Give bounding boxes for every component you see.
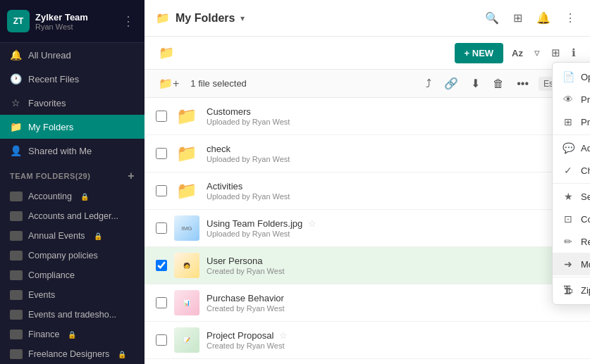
lock-icon: 🔒 xyxy=(68,331,76,339)
sidebar-item-my-folders[interactable]: 📁 My Folders xyxy=(0,115,145,139)
bell-header-icon[interactable]: 🔔 xyxy=(534,8,553,27)
team-folder-company-policies[interactable]: Company policies xyxy=(0,246,145,265)
team-folder-label: Company policies xyxy=(28,251,98,261)
file-name: Activities xyxy=(207,181,579,192)
toolbar-right: + NEW Az ▿ ⊞ ℹ xyxy=(455,43,579,63)
team-folder-finance[interactable]: Finance 🔒 xyxy=(0,325,145,344)
star-icon: ☆ xyxy=(10,97,21,108)
folder-small-icon xyxy=(10,211,23,221)
move-icon[interactable]: ⤴ xyxy=(423,75,434,93)
ctx-label: Copy To... xyxy=(581,214,590,225)
sidebar-more-icon[interactable]: ⋮ xyxy=(119,11,137,32)
ctx-set-favorite[interactable]: ★ Set as Favorite xyxy=(553,185,590,208)
file-row[interactable]: IMG Using Team Folders.jpg ☆ Uploaded by… xyxy=(145,210,590,247)
add-team-folder-icon[interactable]: + xyxy=(128,170,135,182)
divider xyxy=(553,183,590,184)
lock-icon: 🔒 xyxy=(80,193,89,201)
file-checkbox[interactable] xyxy=(156,148,167,159)
lock-icon: 🔒 xyxy=(94,232,102,240)
file-checkbox[interactable] xyxy=(156,185,167,196)
more-sel-icon[interactable]: ••• xyxy=(514,75,531,93)
filter-icon[interactable]: ▿ xyxy=(531,44,543,62)
file-row[interactable]: 📁 Activities Uploaded by Ryan West xyxy=(145,172,590,210)
link-icon[interactable]: 🔗 xyxy=(441,74,461,93)
file-row[interactable]: 📁 Customers Uploaded by Ryan West xyxy=(145,98,590,135)
ctx-properties[interactable]: ⊞ Properties xyxy=(553,111,590,133)
ctx-move-to[interactable]: ➜ Move To... xyxy=(553,253,590,275)
sidebar-item-recent-files[interactable]: 🕐 Recent Files xyxy=(0,67,145,91)
file-checkbox[interactable] xyxy=(156,222,167,234)
folder-small-icon xyxy=(10,290,23,300)
file-row[interactable]: 📊 Purchase Behavior Created by Ryan West xyxy=(145,284,590,322)
file-info: Activities Uploaded by Ryan West xyxy=(207,181,579,201)
ctx-rename[interactable]: ✏ Rename xyxy=(553,230,590,253)
file-info: Project Proposal ☆ Created by Ryan West xyxy=(207,330,579,350)
ctx-preview[interactable]: 👁 Preview xyxy=(553,88,590,111)
file-checkbox[interactable] xyxy=(156,111,167,122)
team-folder-label: Freelance Designers xyxy=(28,349,109,359)
zip-icon: 🗜 xyxy=(563,284,574,296)
add-folder-sel-icon[interactable]: 📁+ xyxy=(156,74,182,93)
team-folders-label: TEAM FOLDERS(29) xyxy=(10,172,90,180)
team-folder-events[interactable]: Events xyxy=(0,285,145,305)
sidebar-item-label: Favorites xyxy=(28,98,66,108)
ctx-label: Move To... xyxy=(581,259,590,270)
star-icon[interactable]: ☆ xyxy=(279,330,288,341)
folder-add-icon[interactable]: 📁 xyxy=(156,42,177,63)
ctx-check-out[interactable]: ✓ Check Out... xyxy=(553,159,590,182)
sidebar-header: ZT Zylker Team Ryan West ⋮ xyxy=(0,0,145,43)
more-options-icon[interactable]: ⋮ xyxy=(562,8,579,27)
folder-small-icon xyxy=(10,251,23,261)
folder-small-icon xyxy=(10,270,23,280)
search-icon[interactable]: 🔍 xyxy=(482,8,502,27)
view-toggle-icon[interactable]: ⊞ xyxy=(548,44,563,62)
sidebar-item-favorites[interactable]: ☆ Favorites xyxy=(0,91,145,115)
file-checkbox[interactable] xyxy=(156,260,167,271)
team-folder-compliance[interactable]: Compliance xyxy=(0,265,145,285)
ctx-label: Preview xyxy=(581,94,590,105)
file-row[interactable]: 📁 check Uploaded by Ryan West xyxy=(145,135,590,172)
sidebar-item-all-unread[interactable]: 🔔 All Unread xyxy=(0,43,145,67)
file-thumbnail: IMG xyxy=(174,215,199,241)
sidebar-item-shared-with-me[interactable]: 👤 Shared with Me xyxy=(0,139,145,163)
new-button[interactable]: + NEW xyxy=(455,43,504,63)
sort-az-icon[interactable]: Az xyxy=(509,45,526,61)
header-actions: 🔍 ⊞ 🔔 ⋮ xyxy=(482,8,579,27)
download-icon[interactable]: ⬇ xyxy=(468,74,483,93)
ctx-zip[interactable]: 🗜 Zip xyxy=(553,279,590,301)
file-sub: Uploaded by Ryan West xyxy=(207,192,579,201)
ctx-label: Open xyxy=(581,72,590,82)
divider xyxy=(553,277,590,277)
team-folder-annual-events[interactable]: Annual Events 🔒 xyxy=(0,226,145,246)
file-row[interactable]: ZIP Media kit.zip Uploaded by Ryan West … xyxy=(145,359,590,364)
team-folder-events-tradeshows[interactable]: Events and tradesho... xyxy=(0,305,145,325)
favorite-icon: ★ xyxy=(563,191,574,202)
comment-icon: 💬 xyxy=(563,142,574,153)
file-thumbnail: 📝 xyxy=(174,327,199,353)
file-row[interactable]: 🧑 User Persona Created by Ryan West xyxy=(145,247,590,284)
chevron-down-icon[interactable]: ▾ xyxy=(240,13,245,23)
file-name: Using Team Folders.jpg ☆ xyxy=(207,218,579,229)
file-row[interactable]: 📝 Project Proposal ☆ Created by Ryan Wes… xyxy=(145,322,590,359)
file-name: check xyxy=(207,144,579,154)
file-thumbnail: 📁 xyxy=(174,178,199,203)
info-icon[interactable]: ℹ xyxy=(569,44,579,62)
grid-icon[interactable]: ⊞ xyxy=(510,8,525,27)
sidebar-item-label: My Folders xyxy=(28,122,73,132)
team-folder-freelance-designers[interactable]: Freelance Designers 🔒 xyxy=(0,344,145,364)
ctx-open[interactable]: 📄 Open xyxy=(553,65,590,88)
team-folder-accounting[interactable]: Accounting 🔒 xyxy=(0,187,145,206)
folder-small-icon xyxy=(10,192,23,201)
file-info: Purchase Behavior Created by Ryan West xyxy=(207,293,579,313)
file-checkbox[interactable] xyxy=(156,334,167,346)
ctx-copy-to[interactable]: ⊡ Copy To... xyxy=(553,208,590,230)
team-folder-accounts-ledger[interactable]: Accounts and Ledger... xyxy=(0,206,145,226)
ctx-add-comment[interactable]: 💬 Add Comment... xyxy=(553,137,590,159)
folder-title-area: 📁 My Folders ▾ xyxy=(156,11,245,25)
ctx-label: Check Out... xyxy=(581,165,590,176)
folder-small-icon xyxy=(10,330,23,339)
star-icon[interactable]: ☆ xyxy=(308,218,316,229)
file-checkbox[interactable] xyxy=(156,297,167,308)
delete-icon[interactable]: 🗑 xyxy=(490,75,507,93)
divider xyxy=(553,134,590,135)
